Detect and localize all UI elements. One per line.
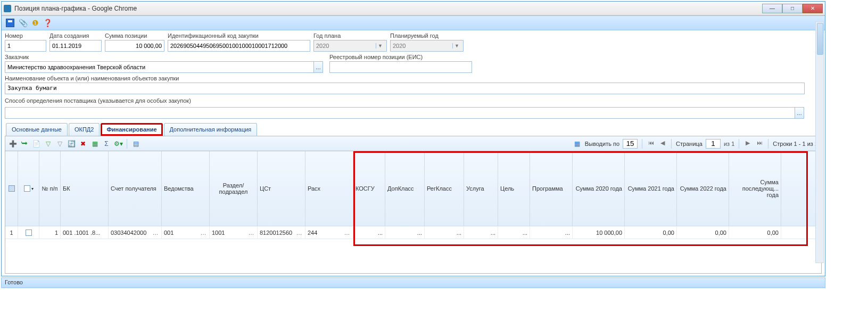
cell-regk[interactable]: ... xyxy=(425,226,464,239)
code-input[interactable] xyxy=(168,40,310,52)
tab-okpd2[interactable]: ОКПД2 xyxy=(69,123,100,136)
page-input[interactable] xyxy=(706,139,721,149)
col-usl[interactable]: Услуга xyxy=(464,151,498,226)
col-check[interactable]: ▾ xyxy=(18,151,39,226)
refresh-icon[interactable]: 🔄 xyxy=(67,140,76,148)
col-acct[interactable]: Счет получателя xyxy=(109,151,162,226)
copy-icon[interactable]: 📄 xyxy=(32,140,40,148)
col-cst[interactable]: ЦСт xyxy=(258,151,305,226)
number-input[interactable] xyxy=(5,40,46,52)
col-ved[interactable]: Ведомства xyxy=(162,151,210,226)
show-per-input[interactable] xyxy=(623,139,638,149)
col-regk[interactable]: РегКласс xyxy=(425,151,464,226)
col-s2021[interactable]: Сумма 2021 года xyxy=(625,151,677,226)
supplier-label: Способ определения поставщика (указывает… xyxy=(5,97,822,104)
col-dopk[interactable]: ДопКласс xyxy=(385,151,425,226)
filter-icon[interactable]: ▽ xyxy=(44,140,52,148)
col-npp[interactable]: № п/п xyxy=(39,151,61,226)
app-icon xyxy=(4,5,11,12)
rows-label: Строки 1 - 1 из 1 xyxy=(773,141,818,147)
tab-strip: Основные данные ОКПД2 Финансирование Доп… xyxy=(5,123,822,136)
display-icon[interactable]: ▦ xyxy=(573,140,582,148)
maximize-button[interactable]: □ xyxy=(782,4,803,13)
col-slast[interactable]: Сумма последующ... года xyxy=(729,151,781,226)
next-page-icon[interactable]: ▶ xyxy=(743,140,752,148)
help-icon[interactable]: ❓ xyxy=(43,19,52,27)
prev-page-icon[interactable]: ◀ xyxy=(658,140,667,148)
status-bar: Готово xyxy=(1,277,825,288)
code-label: Идентификационный код закупки xyxy=(168,32,310,39)
tab-main[interactable]: Основные данные xyxy=(6,123,68,136)
col-razdel[interactable]: Раздел/ подраздел xyxy=(210,151,258,226)
sigma-icon[interactable]: Σ xyxy=(102,140,111,148)
registry-label: Реестровый номер позиции (ЕИС) xyxy=(329,54,472,60)
close-button[interactable]: ✕ xyxy=(803,4,823,13)
sum-label: Сумма позиции xyxy=(105,32,164,39)
last-page-icon[interactable]: ⏭ xyxy=(755,140,764,148)
date-label: Дата создания xyxy=(49,32,102,39)
excel-icon[interactable]: ▦ xyxy=(90,140,99,148)
separator xyxy=(739,139,739,149)
sum-input[interactable] xyxy=(105,40,164,52)
cell-acct[interactable]: 03034042000… xyxy=(109,226,162,239)
cell-usl[interactable]: ... xyxy=(464,226,498,239)
separator xyxy=(671,139,672,149)
separator xyxy=(768,139,768,149)
cell-s2021[interactable]: 0,00 xyxy=(625,226,677,239)
scroll-thumb[interactable] xyxy=(817,23,823,55)
col-bk[interactable]: БК xyxy=(61,151,109,226)
info-icon[interactable]: ❶ xyxy=(32,19,39,27)
cell-prog[interactable]: ... xyxy=(530,226,573,239)
separator xyxy=(642,139,642,149)
cell-razdel[interactable]: 1001… xyxy=(210,226,258,239)
tab-additional[interactable]: Дополнительная информация xyxy=(164,123,258,136)
cell-s2020[interactable]: 10 000,00 xyxy=(573,226,625,239)
cell-rasx[interactable]: 244… xyxy=(305,226,353,239)
filter-off-icon[interactable]: ▽ xyxy=(55,140,64,148)
planned-year-combo[interactable]: 2020▼ xyxy=(390,40,464,52)
cell-kosgu[interactable]: ... xyxy=(353,226,385,239)
customer-input[interactable] xyxy=(5,61,314,73)
number-label: Номер xyxy=(5,32,46,39)
customer-lookup-button[interactable]: … xyxy=(313,61,323,73)
col-rasx[interactable]: Расх xyxy=(305,151,353,226)
chevron-down-icon: ▼ xyxy=(452,43,461,48)
customer-label: Заказчик xyxy=(5,54,323,60)
layout-icon[interactable]: ▤ xyxy=(131,140,140,148)
grid-empty-area xyxy=(5,239,821,273)
delete-icon[interactable]: ✖ xyxy=(79,140,87,148)
cell-dopk[interactable]: ... xyxy=(385,226,425,239)
action-icon[interactable]: ⚙▾ xyxy=(114,140,122,148)
tab-financing[interactable]: Финансирование xyxy=(101,123,162,136)
cell-cel[interactable]: ... xyxy=(498,226,530,239)
add-row-icon[interactable]: ➕ xyxy=(9,140,17,148)
vertical-scrollbar[interactable] xyxy=(815,21,824,263)
cell-bk[interactable]: 001 .1001 .8... xyxy=(61,226,109,239)
cell-cst[interactable]: 8120012560… xyxy=(258,226,305,239)
attach-icon[interactable]: 📎 xyxy=(19,19,28,27)
show-per-label: Выводить по xyxy=(585,141,619,147)
supplier-lookup-button[interactable]: … xyxy=(795,107,804,119)
cell-slast[interactable]: 0,00 xyxy=(729,226,781,239)
cell-s2022[interactable]: 0,00 xyxy=(677,226,729,239)
expand-icon[interactable]: ⮩ xyxy=(20,140,29,148)
title-bar: Позиция плана-графика - Google Chrome — … xyxy=(2,2,825,15)
year-combo[interactable]: 2020▼ xyxy=(313,40,387,52)
table-row[interactable]: 1 1 001 .1001 .8... 03034042000… 001… 10… xyxy=(5,226,821,239)
cell-ved[interactable]: 001… xyxy=(162,226,210,239)
registry-input[interactable] xyxy=(329,61,472,73)
col-cel[interactable]: Цель xyxy=(498,151,530,226)
col-kosgu[interactable]: КОСГУ xyxy=(353,151,385,226)
col-prog[interactable]: Программа xyxy=(530,151,573,226)
save-icon[interactable] xyxy=(6,19,14,27)
supplier-input[interactable] xyxy=(5,107,795,119)
col-s2020[interactable]: Сумма 2020 года xyxy=(573,151,625,226)
col-rownum xyxy=(5,151,18,226)
col-s2022[interactable]: Сумма 2022 года xyxy=(677,151,729,226)
date-input[interactable] xyxy=(49,40,102,52)
object-name-input[interactable] xyxy=(5,83,805,94)
minimize-button[interactable]: — xyxy=(762,4,782,13)
cell-check[interactable] xyxy=(18,226,39,239)
separator xyxy=(127,139,127,149)
first-page-icon[interactable]: ⏮ xyxy=(647,140,655,148)
